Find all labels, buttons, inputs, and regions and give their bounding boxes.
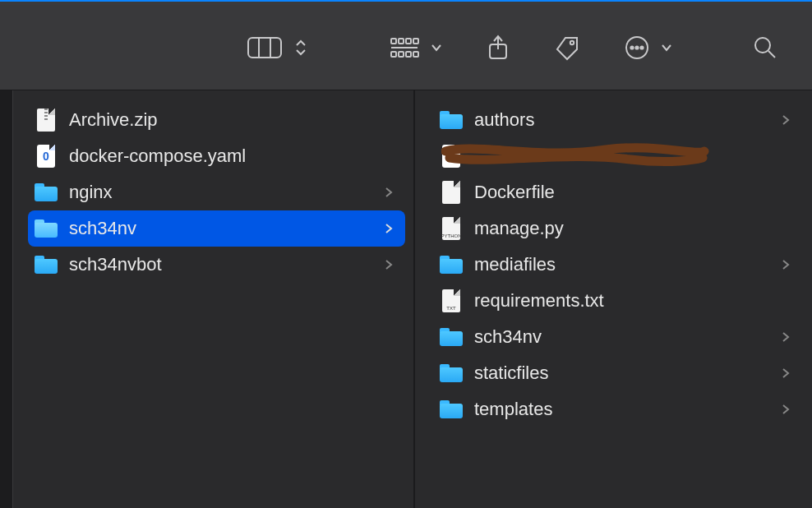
share-button[interactable]	[487, 35, 510, 61]
file-row[interactable]: 0docker-compose.yaml	[28, 138, 405, 174]
file-name-label: templates	[474, 399, 766, 420]
svg-rect-8	[391, 52, 396, 57]
file-name-label: manage.py	[474, 218, 766, 239]
chevron-right-icon	[381, 259, 397, 270]
file-row[interactable]: staticfiles	[433, 355, 802, 391]
finder-column-0: Archive.zip0docker-compose.yamlnginxsch3…	[0, 90, 414, 508]
folder-icon	[440, 400, 463, 418]
group-by-button[interactable]	[390, 37, 442, 58]
file-icon-slot	[440, 253, 463, 276]
file-icon-slot	[35, 181, 58, 204]
file-name-label: docker-compose.yaml	[69, 145, 369, 167]
folder-icon	[440, 328, 463, 346]
file-icon-slot	[440, 326, 463, 349]
chevron-right-icon	[777, 114, 794, 126]
file-name-label: authors	[474, 109, 766, 131]
file-row[interactable]: Dockerfile	[433, 174, 802, 210]
folder-icon	[440, 256, 463, 274]
file-row[interactable]: authors	[433, 102, 802, 138]
chevron-right-icon	[777, 259, 794, 270]
file-icon-slot	[440, 398, 463, 421]
file-icon-slot	[35, 217, 58, 240]
svg-point-14	[570, 40, 574, 44]
chevron-right-icon	[381, 187, 397, 198]
chevron-right-icon	[777, 404, 794, 415]
search-icon	[753, 35, 777, 60]
ellipsis-circle-icon	[625, 35, 649, 60]
file-icon-slot: 0	[440, 145, 463, 168]
file-row[interactable]: 0	[433, 138, 802, 174]
file-name-label: sch34nv	[69, 218, 369, 239]
svg-rect-4	[399, 39, 404, 44]
file-name-label: Archive.zip	[69, 109, 369, 131]
finder-column-1: authors0DockerfilePYTHONmanage.pymediafi…	[414, 90, 812, 508]
tags-button[interactable]	[554, 35, 580, 61]
file-icon	[442, 181, 460, 204]
file-icon-slot	[35, 253, 58, 276]
file-row[interactable]: sch34nvbot	[28, 247, 405, 283]
chevron-right-icon	[777, 331, 794, 343]
svg-rect-0	[248, 38, 281, 58]
file-icon-slot: 0	[35, 145, 58, 168]
file-name-label: sch34nvbot	[69, 254, 369, 275]
share-icon	[487, 35, 510, 61]
file-row[interactable]: templates	[433, 391, 802, 427]
file-row[interactable]: nginx	[28, 174, 405, 210]
svg-point-17	[635, 46, 638, 48]
svg-rect-6	[413, 39, 418, 44]
file-name-label: mediafiles	[474, 254, 766, 275]
folder-icon	[35, 256, 58, 274]
svg-rect-10	[406, 52, 411, 57]
file-name-label: staticfiles	[474, 363, 766, 384]
file-row[interactable]: sch34nv	[28, 210, 405, 247]
toolbar	[0, 5, 812, 90]
more-actions-button[interactable]	[625, 35, 672, 60]
file-icon-slot	[35, 109, 58, 132]
svg-point-16	[630, 46, 633, 48]
file-name-label: Dockerfile	[474, 182, 766, 203]
search-button[interactable]	[753, 35, 777, 60]
yaml-file-icon: 0	[37, 145, 55, 168]
group-icon	[390, 37, 419, 58]
file-name-label: sch34nv	[474, 326, 766, 348]
chevron-right-icon	[381, 223, 397, 234]
sidebar-edge	[0, 90, 13, 508]
svg-point-18	[640, 46, 643, 48]
file-row[interactable]: mediafiles	[433, 247, 802, 283]
columns-view-icon	[247, 35, 283, 60]
file-name-label: nginx	[69, 182, 369, 203]
file-icon-slot	[440, 181, 463, 204]
file-icon-slot	[440, 362, 463, 385]
file-row[interactable]: sch34nv	[433, 319, 802, 355]
redaction-scribble	[441, 135, 713, 171]
view-switcher-button[interactable]	[247, 35, 307, 60]
chevron-down-icon	[431, 44, 442, 52]
column-view: Archive.zip0docker-compose.yamlnginxsch3…	[0, 90, 812, 508]
file-icon-slot	[440, 109, 463, 132]
folder-icon	[35, 183, 58, 201]
text-file-icon: TXT	[442, 289, 460, 312]
file-icon-slot: PYTHON	[440, 217, 463, 240]
file-row[interactable]: TXTrequirements.txt	[433, 283, 802, 319]
chevron-right-icon	[777, 367, 794, 379]
svg-rect-9	[399, 52, 404, 57]
svg-rect-3	[391, 39, 396, 44]
zip-file-icon	[37, 109, 55, 132]
file-icon-slot: TXT	[440, 289, 463, 312]
file-row[interactable]: PYTHONmanage.py	[433, 210, 802, 247]
chevron-up-down-icon	[294, 38, 307, 58]
svg-rect-11	[413, 52, 418, 57]
tag-icon	[554, 35, 580, 61]
yaml-file-icon: 0	[442, 145, 460, 168]
folder-icon	[440, 364, 463, 382]
folder-icon	[440, 111, 463, 129]
file-name-label: requirements.txt	[474, 290, 766, 312]
file-row[interactable]: Archive.zip	[28, 102, 405, 138]
folder-icon	[35, 219, 58, 238]
chevron-down-icon	[661, 44, 672, 52]
svg-rect-5	[406, 39, 411, 44]
svg-line-20	[768, 51, 775, 58]
svg-point-19	[755, 38, 770, 53]
python-file-icon: PYTHON	[442, 217, 460, 240]
